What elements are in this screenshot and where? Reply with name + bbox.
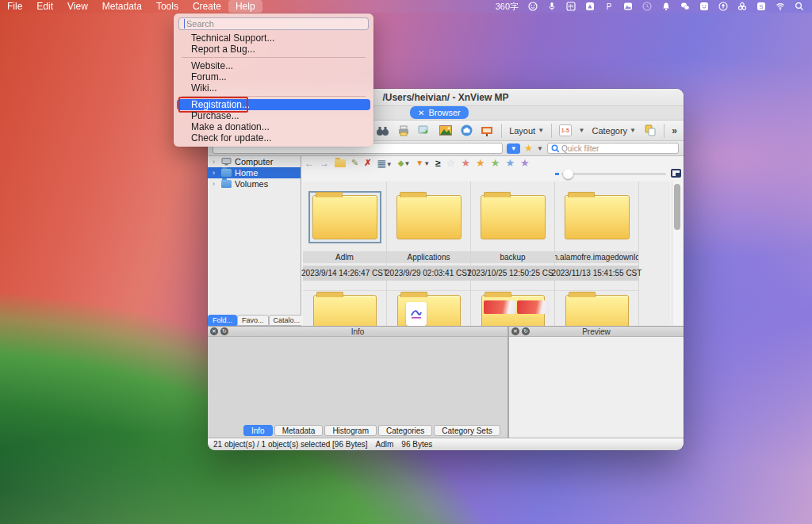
- help-search-field[interactable]: [178, 17, 369, 30]
- back-icon[interactable]: ←: [304, 158, 314, 169]
- arrow-up-circle-icon[interactable]: [718, 2, 728, 12]
- browser-tab[interactable]: ✕ Browser: [410, 106, 469, 119]
- rating-star-2[interactable]: ★: [476, 158, 485, 168]
- tab-folders[interactable]: Fold...: [208, 315, 237, 326]
- search-icon[interactable]: [794, 2, 804, 12]
- tab-favorites[interactable]: Favo...: [237, 315, 269, 326]
- thumbnail-size-slider[interactable]: [561, 173, 666, 175]
- quick-filter-input[interactable]: [561, 144, 675, 153]
- clock-icon[interactable]: [642, 2, 652, 12]
- menu-create[interactable]: Create: [186, 0, 228, 13]
- folder-thumbnail[interactable]: [481, 295, 545, 326]
- menu-item-website[interactable]: Website...: [177, 60, 370, 71]
- microphone-icon[interactable]: [546, 2, 557, 12]
- file-cell-adlm[interactable]: Adlm 2023/9/14 14:26:47 CST: [303, 182, 387, 326]
- menu-tools[interactable]: Tools: [149, 0, 186, 13]
- help-search-input[interactable]: [184, 19, 363, 29]
- tree-item-computer[interactable]: › Computer: [208, 156, 301, 167]
- convert-icon[interactable]: [418, 124, 431, 137]
- filter-funnel-icon[interactable]: ▼▼: [416, 159, 430, 167]
- parallels-icon[interactable]: P: [603, 2, 614, 12]
- menu-item-technical-support[interactable]: Technical Support...: [177, 33, 370, 44]
- rating-star-0[interactable]: ☆: [446, 158, 456, 168]
- s-app-icon[interactable]: S: [756, 2, 766, 12]
- circles-icon[interactable]: [737, 2, 747, 12]
- bell-icon[interactable]: [661, 2, 671, 12]
- label-icon[interactable]: ◆▼: [398, 159, 411, 167]
- compact-view-icon[interactable]: [671, 169, 681, 178]
- disclosure-icon[interactable]: ›: [213, 169, 218, 177]
- wifi-icon[interactable]: [775, 2, 785, 12]
- chevron-down-icon[interactable]: ▼: [537, 145, 543, 152]
- file-cell-com-alamofre[interactable]: com.alamofre.imagedownloa... 2023/11/13 …: [555, 182, 639, 326]
- menu-edit[interactable]: Edit: [29, 0, 60, 13]
- print-icon[interactable]: [396, 124, 410, 137]
- category-dropdown[interactable]: Category ▼: [592, 126, 636, 136]
- close-icon[interactable]: ✕: [418, 109, 424, 117]
- binoculars-icon[interactable]: [376, 124, 389, 137]
- menu-item-registration[interactable]: Registration...: [177, 99, 370, 110]
- favorites-star-icon[interactable]: ★: [524, 143, 533, 153]
- wechat-icon[interactable]: [680, 2, 690, 12]
- folder-thumbnail[interactable]: [313, 295, 377, 326]
- menu-view[interactable]: View: [60, 0, 95, 13]
- tab-catalog[interactable]: Catalo...: [269, 315, 305, 326]
- folder-thumbnail[interactable]: [397, 295, 461, 326]
- rating-range-icon[interactable]: 1-5: [559, 124, 572, 136]
- ime-word-count[interactable]: 360字: [496, 1, 519, 13]
- menu-item-report-bug[interactable]: Report a Bug...: [177, 44, 370, 55]
- scrollbar-handle[interactable]: [674, 184, 680, 230]
- rating-star-5[interactable]: ★: [520, 158, 530, 168]
- capture-icon[interactable]: [459, 124, 473, 137]
- menu-metadata[interactable]: Metadata: [95, 0, 149, 13]
- tab-histogram[interactable]: Histogram: [324, 425, 377, 436]
- path-dropdown-button[interactable]: ▼: [507, 143, 520, 154]
- menu-item-check-update[interactable]: Check for update...: [177, 132, 370, 143]
- image-editor-icon[interactable]: [439, 124, 452, 137]
- detach-icon[interactable]: ↻: [522, 327, 530, 335]
- smiley-square-icon[interactable]: [699, 2, 709, 12]
- tab-category-sets[interactable]: Category Sets: [434, 425, 500, 436]
- file-cell-backup[interactable]: backup 2023/10/25 12:50:25 CST: [471, 182, 555, 326]
- category-label: Category: [592, 126, 627, 136]
- vertical-scrollbar[interactable]: [672, 182, 682, 326]
- view-mode-icon[interactable]: ▦▼: [377, 158, 392, 169]
- forward-icon[interactable]: →: [320, 158, 329, 169]
- close-icon[interactable]: ✕: [210, 327, 218, 335]
- disclosure-icon[interactable]: ›: [213, 158, 218, 166]
- app-icon[interactable]: [584, 2, 595, 12]
- new-folder-icon[interactable]: [335, 159, 346, 167]
- smiley-icon[interactable]: [527, 2, 538, 12]
- quick-filter[interactable]: [547, 143, 679, 154]
- toolbar-overflow-chevron[interactable]: »: [672, 125, 677, 136]
- menu-item-donation[interactable]: Make a donation...: [177, 121, 370, 132]
- folder-thumbnail[interactable]: [565, 295, 629, 326]
- rating-star-3[interactable]: ★: [491, 158, 500, 168]
- edit-icon[interactable]: ✎: [351, 158, 358, 168]
- slider-knob[interactable]: [563, 169, 573, 179]
- chevron-down-icon[interactable]: ▼: [579, 127, 585, 134]
- menu-help[interactable]: Help: [228, 0, 262, 13]
- rating-star-4[interactable]: ★: [505, 158, 515, 168]
- rating-ge-icon[interactable]: ≥: [435, 158, 441, 169]
- category-tag-icon[interactable]: [643, 124, 657, 137]
- layout-dropdown[interactable]: Layout ▼: [509, 126, 544, 136]
- menu-item-wiki[interactable]: Wiki...: [177, 82, 370, 94]
- tab-metadata[interactable]: Metadata: [274, 425, 324, 436]
- menu-file[interactable]: File: [0, 0, 29, 13]
- close-icon[interactable]: ✕: [511, 327, 519, 335]
- disclosure-icon[interactable]: ›: [213, 180, 218, 188]
- tab-info[interactable]: Info: [243, 425, 273, 436]
- tree-item-volumes[interactable]: › Volumes: [208, 178, 301, 189]
- detach-icon[interactable]: ↻: [220, 327, 228, 335]
- delete-icon[interactable]: ✗: [364, 158, 371, 168]
- tree-item-home[interactable]: › Home: [208, 167, 301, 178]
- rating-star-1[interactable]: ★: [461, 158, 470, 168]
- menu-item-forum[interactable]: Forum...: [177, 71, 370, 82]
- input-source-zh-icon[interactable]: 中: [565, 2, 576, 12]
- slideshow-icon[interactable]: [481, 124, 494, 137]
- tab-categories[interactable]: Categories: [378, 425, 432, 436]
- file-cell-applications[interactable]: Applications 2023/9/29 02:03:41 CST: [387, 182, 471, 326]
- menu-item-purchase[interactable]: Purchase...: [177, 110, 370, 121]
- photos-icon[interactable]: [622, 2, 633, 12]
